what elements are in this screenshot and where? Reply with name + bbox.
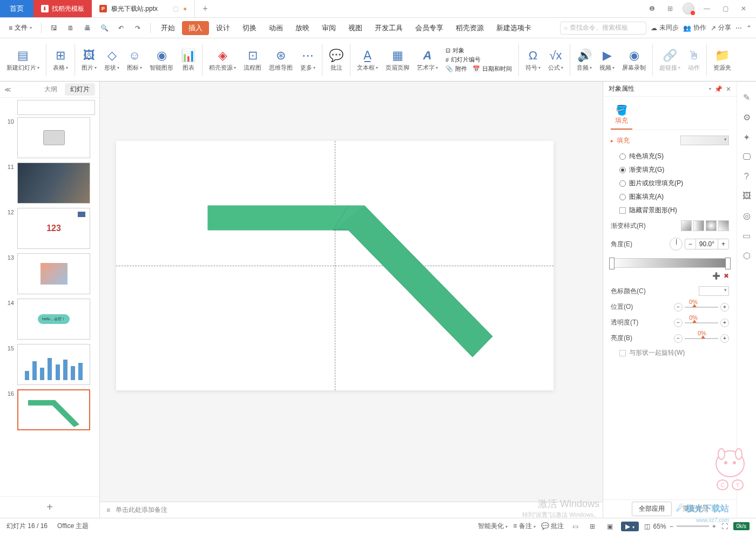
stop-color-picker[interactable] <box>699 286 729 296</box>
menu-animation[interactable]: 动画 <box>264 21 288 35</box>
strip-image[interactable]: 🖼 <box>742 191 751 201</box>
strip-cube[interactable]: ⬡ <box>743 251 751 261</box>
chevron-down-icon[interactable]: ▾ <box>709 86 711 91</box>
notes-bar[interactable]: ≡ 单击此处添加备注 <box>100 502 603 518</box>
qat-redo[interactable]: ↷ <box>130 21 145 36</box>
angle-stepper[interactable]: − 90.0° + <box>685 239 729 249</box>
add-stop-icon[interactable]: ➕ <box>712 272 720 280</box>
ribbon-mindmap[interactable]: ⊛思维导图 <box>266 38 296 81</box>
qat-document[interactable]: 🗎 <box>63 21 78 36</box>
minus-icon[interactable]: − <box>674 319 683 327</box>
strip-display[interactable]: ▭ <box>742 231 751 241</box>
angle-dial[interactable] <box>670 238 683 251</box>
slider-handle[interactable] <box>692 304 697 307</box>
plus-icon[interactable]: + <box>720 303 729 312</box>
gradient-stop-2[interactable] <box>725 258 731 269</box>
share-button[interactable]: ↗分享 <box>711 23 731 32</box>
menu-transition[interactable]: 切换 <box>237 21 262 35</box>
collab-button[interactable]: 👥协作 <box>683 23 706 32</box>
menu-design[interactable]: 设计 <box>211 21 235 35</box>
apply-all-button[interactable]: 全部应用 <box>632 502 672 516</box>
thumb-13[interactable] <box>17 253 90 294</box>
qat-undo[interactable]: ↶ <box>113 21 129 36</box>
menu-review[interactable]: 审阅 <box>316 21 341 35</box>
ribbon-picture[interactable]: 🖼图片▾ <box>78 38 100 81</box>
zoom-fit-icon[interactable]: ◫ <box>644 523 650 530</box>
ribbon-shape[interactable]: ◇形状▾ <box>101 38 123 81</box>
ribbon-screenrecord[interactable]: ◉屏幕录制 <box>619 38 649 81</box>
tab-outline[interactable]: 大纲 <box>44 85 57 94</box>
zoom-value[interactable]: 65% <box>653 523 666 530</box>
angle-value[interactable]: 90.0° <box>696 239 718 249</box>
ribbon-more[interactable]: ⋯更多▾ <box>297 38 319 81</box>
gradient-style-3[interactable] <box>706 220 717 231</box>
marker-icon[interactable]: ❶ <box>644 1 660 17</box>
menu-view[interactable]: 视图 <box>343 21 368 35</box>
ribbon-resources[interactable]: 📁资源夹 <box>710 38 734 81</box>
collapse-panel-icon[interactable]: ≪ <box>4 86 11 93</box>
reset-bg-button[interactable]: 重置背景 <box>683 504 708 513</box>
ribbon-smartart[interactable]: ◉智能图形 <box>146 38 177 81</box>
ribbon-comment[interactable]: 💬批注 <box>326 38 347 81</box>
menu-slideshow[interactable]: 放映 <box>290 21 315 35</box>
sync-button[interactable]: ☁未同步 <box>651 23 679 32</box>
plus-icon[interactable]: + <box>720 319 729 327</box>
play-button[interactable]: ▶ ▾ <box>621 522 638 531</box>
ribbon-datetime[interactable]: 📅日期和时间 <box>473 65 512 73</box>
slide-canvas[interactable] <box>116 141 554 390</box>
view-normal[interactable]: ▭ <box>569 521 581 532</box>
ribbon-slide-number[interactable]: #幻灯片编号 <box>446 56 512 64</box>
apps-icon[interactable]: ⊞ <box>662 1 678 17</box>
search-input[interactable]: ○ 查找命令、搜索模板 <box>560 22 646 35</box>
view-reading[interactable]: ▣ <box>604 521 616 532</box>
fill-tab[interactable]: 🪣 填充 <box>611 101 632 130</box>
ribbon-object[interactable]: ⊡对象 <box>446 46 512 55</box>
minus-icon[interactable]: − <box>674 334 683 343</box>
ribbon-new-slide[interactable]: ▤新建幻灯片▾ <box>3 38 43 81</box>
ribbon-icon[interactable]: ☺图标▾ <box>124 38 145 81</box>
strip-help[interactable]: ? <box>744 172 749 181</box>
thumb-12[interactable]: 123 <box>17 208 90 249</box>
ribbon-chart[interactable]: 📊图表 <box>178 38 199 81</box>
menu-newtab[interactable]: 新建选项卡 <box>491 21 537 35</box>
qat-print[interactable]: 🖶 <box>80 21 95 36</box>
zoom-slider[interactable] <box>677 525 709 527</box>
ribbon-equation[interactable]: √x公式▾ <box>545 38 566 81</box>
radio-gradient-fill[interactable]: 渐变填充(G) <box>611 163 729 177</box>
fit-screen-icon[interactable]: ⛶ <box>721 523 728 530</box>
ribbon-flowchart[interactable]: ⊡流程图 <box>240 38 265 81</box>
menu-member[interactable]: 会员专享 <box>410 21 449 35</box>
qat-save[interactable]: 🖫 <box>46 21 62 36</box>
section-fill[interactable]: ▸填充 <box>611 130 729 150</box>
gradient-stop-1[interactable] <box>609 258 615 269</box>
zoom-control[interactable]: ◫ 65% − + <box>644 523 716 530</box>
radio-pattern-fill[interactable]: 图案填充(A) <box>611 190 729 204</box>
ribbon-audio[interactable]: 🔊音频▾ <box>573 38 595 81</box>
canvas-area[interactable]: ≡ 单击此处添加备注 <box>100 82 603 518</box>
add-slide-button[interactable]: + <box>0 496 99 518</box>
fill-preview-swatch[interactable] <box>680 136 729 145</box>
ribbon-video[interactable]: ▶视频▾ <box>596 38 618 81</box>
minus-icon[interactable]: − <box>674 303 683 312</box>
remove-stop-icon[interactable]: ✖ <box>724 272 729 280</box>
menu-insert[interactable]: 插入 <box>182 21 209 35</box>
ribbon-attachment[interactable]: 📎附件 <box>446 65 467 73</box>
plus-icon[interactable]: + <box>720 334 729 343</box>
maximize-button[interactable]: ▢ <box>717 1 733 17</box>
gradient-stops-slider[interactable] <box>611 258 729 268</box>
radio-solid-fill[interactable]: 纯色填充(S) <box>611 150 729 163</box>
strip-design[interactable]: ✎ <box>743 92 750 103</box>
avatar-button[interactable] <box>680 1 697 17</box>
strip-screen[interactable]: 🖵 <box>742 152 751 162</box>
ribbon-symbol[interactable]: Ω符号▾ <box>522 38 544 81</box>
slider-handle[interactable] <box>692 320 697 323</box>
ribbon-table[interactable]: ⊞表格▾ <box>50 38 71 81</box>
minimize-button[interactable]: — <box>699 1 715 17</box>
strip-star[interactable]: ✦ <box>743 132 750 143</box>
close-icon[interactable]: ✕ <box>726 85 731 93</box>
ribbon-header-footer[interactable]: ▦页眉页脚 <box>382 38 413 81</box>
thumb-15[interactable] <box>17 344 90 385</box>
zoom-out[interactable]: − <box>670 523 673 530</box>
menu-start[interactable]: 开始 <box>156 21 180 35</box>
tab-template[interactable]: ⬇ 找稻壳模板 <box>33 0 92 17</box>
